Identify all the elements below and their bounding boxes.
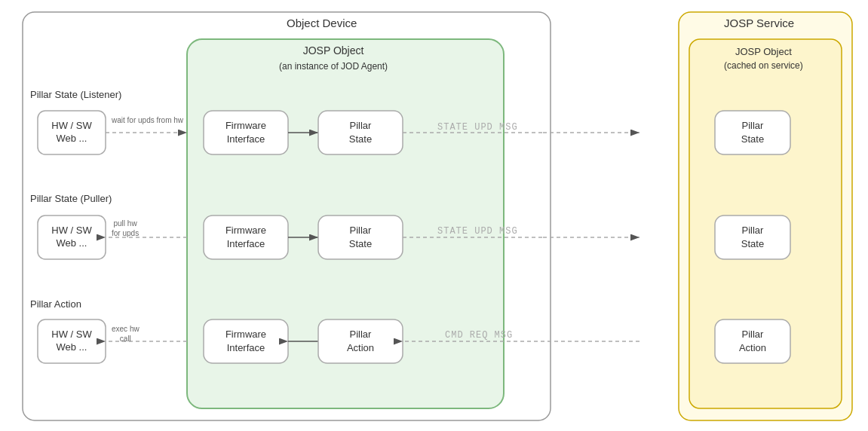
firmware-box-puller: FirmwareInterface xyxy=(204,216,288,259)
annotation-listener: wait for upds from hw xyxy=(112,115,183,125)
firmware-box-listener: FirmwareInterface xyxy=(204,111,288,154)
annotation-puller: pull hwfor upds xyxy=(112,219,139,238)
pillar-listener-label: Pillar State (Listener) xyxy=(30,89,121,100)
service-pillar-state-listener: PillarState xyxy=(715,111,790,154)
msg-label-action: CMD REQ MSG xyxy=(445,330,513,341)
annotation-action: exec hwcall xyxy=(112,324,140,344)
josp-object-device-title: JOSP Object (an instance of JOD Agent) xyxy=(279,44,388,73)
pillar-state-box-listener: PillarState xyxy=(318,111,403,154)
msg-label-puller: STATE UPD MSG xyxy=(437,226,518,237)
object-device-title: Object Device xyxy=(287,17,357,29)
firmware-box-action: FirmwareInterface xyxy=(204,319,288,363)
msg-label-listener: STATE UPD MSG xyxy=(437,122,518,133)
service-pillar-action: PillarAction xyxy=(715,319,790,363)
hw-box-puller: HW / SWWeb ... xyxy=(38,216,106,259)
pillar-puller-label: Pillar State (Puller) xyxy=(30,193,112,204)
pillar-state-box-puller: PillarState xyxy=(318,216,403,259)
josp-service-inner-title: JOSP Object (cached on service) xyxy=(724,45,803,72)
pillar-action-label: Pillar Action xyxy=(30,298,81,310)
hw-box-listener: HW / SWWeb ... xyxy=(38,111,106,154)
josp-service-title: JOSP Service xyxy=(724,17,794,29)
hw-box-action: HW / SWWeb ... xyxy=(38,319,106,363)
service-pillar-state-puller: PillarState xyxy=(715,216,790,259)
pillar-action-box: PillarAction xyxy=(318,319,403,363)
diagram-wrapper: Object Device JOSP Object (an instance o… xyxy=(0,0,868,431)
